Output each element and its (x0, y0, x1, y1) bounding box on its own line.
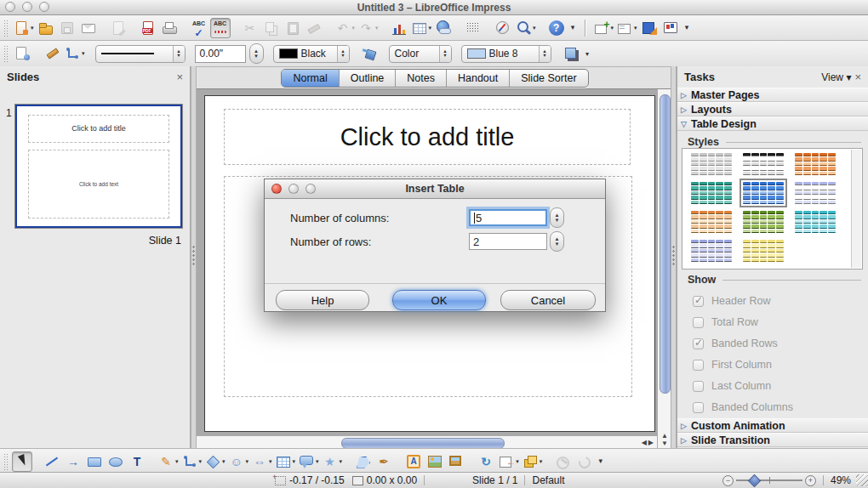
navigator-button[interactable] (493, 18, 513, 38)
tasks-section-table-design[interactable]: ▽Table Design (677, 116, 868, 131)
zoom-out-button[interactable]: − (722, 475, 734, 486)
zoom-in-button[interactable]: + (805, 475, 816, 486)
horizontal-scrollbar[interactable]: ◀▶ (197, 435, 657, 449)
zoom-window-button[interactable] (39, 2, 49, 12)
header-row-checkbox[interactable] (693, 296, 704, 307)
slide-style[interactable]: Default (532, 474, 564, 486)
print-button[interactable] (159, 18, 180, 38)
fontwork-button[interactable] (403, 451, 424, 472)
ellipse-tool-button[interactable] (106, 451, 126, 472)
close-window-button[interactable] (5, 2, 15, 12)
table-style-cyan[interactable] (795, 211, 836, 233)
stepper-icon[interactable]: ▲▼ (539, 46, 551, 62)
rows-stepper[interactable]: ▲▼ (550, 231, 564, 252)
toolbar-drag-handle[interactable] (3, 453, 8, 470)
dialog-minimize-button[interactable] (288, 184, 299, 194)
close-icon[interactable]: × (854, 71, 861, 83)
stars-button[interactable]: ★▾ (321, 451, 344, 472)
table-style-grey[interactable] (691, 153, 732, 175)
shadow-button[interactable] (561, 43, 581, 64)
stepper-icon[interactable]: ▲▼ (439, 46, 451, 62)
zoom-percent[interactable]: 49% (831, 474, 851, 486)
styles-scrollbar[interactable] (851, 150, 861, 268)
tasks-section-layouts[interactable]: ▷Layouts (677, 102, 868, 116)
line-style-combo[interactable]: ▲▼ (95, 45, 186, 63)
stepper-icon[interactable]: ▲▼ (173, 46, 185, 62)
zoom-slider[interactable] (736, 479, 802, 481)
line-width-field[interactable]: 0.00" (195, 45, 246, 63)
insert-table-button[interactable]: ▾ (410, 18, 433, 38)
table-style-periwinkle[interactable] (795, 182, 836, 204)
block-arrows-button[interactable]: ⇔▾ (250, 451, 273, 472)
tab-slide-sorter[interactable]: Slide Sorter (509, 70, 587, 87)
minimize-window-button[interactable] (22, 2, 32, 12)
spelling-button[interactable] (189, 18, 209, 38)
rows-input[interactable]: 2 (469, 233, 547, 250)
toolbar-drag-handle[interactable] (3, 20, 8, 37)
vertical-scrollbar[interactable]: ▲▼ (657, 89, 671, 449)
dialog-zoom-button[interactable] (306, 184, 316, 194)
table-style-black-white[interactable] (743, 153, 784, 175)
help-button[interactable] (546, 18, 567, 38)
symbol-shapes-button[interactable]: ☺▾ (227, 451, 250, 472)
new-presentation-button[interactable]: ▾ (12, 18, 35, 38)
fill-color-combo[interactable]: Blue 8 ▲▼ (461, 45, 551, 63)
table-style-peach[interactable] (691, 211, 732, 233)
ok-button[interactable]: OK (392, 290, 486, 310)
slide-layout-button[interactable]: ▾ (615, 18, 638, 38)
toolbar-overflow-button[interactable]: ▾ (568, 18, 579, 38)
tasks-view-menu[interactable]: View ▾ (821, 71, 851, 83)
tab-normal[interactable]: Normal (282, 70, 338, 87)
columns-stepper[interactable]: ▲▼ (550, 207, 564, 228)
insert-image-button[interactable] (425, 451, 445, 472)
close-icon[interactable]: × (176, 71, 183, 83)
dialog-titlebar[interactable]: Insert Table (265, 179, 605, 199)
drawbar-overflow-button[interactable]: ▾ (595, 451, 606, 472)
arrow-tool-button[interactable]: → (63, 451, 83, 472)
styles-preview-button[interactable] (12, 43, 32, 64)
toolbar-drag-handle[interactable] (3, 45, 8, 62)
table-style-green[interactable] (743, 211, 784, 233)
alignment-button[interactable]: ▾ (497, 451, 520, 472)
table-style-orange[interactable] (795, 153, 836, 175)
select-tool-button[interactable] (12, 451, 32, 472)
dialog-close-button[interactable] (271, 184, 282, 194)
slide-thumbnail[interactable]: Click to add title Click to add text (15, 105, 182, 228)
fill-type-combo[interactable]: Color ▲▼ (389, 45, 452, 63)
open-button[interactable] (36, 18, 56, 38)
vertical-scrollbar-thumb[interactable] (660, 94, 671, 394)
stepper-icon[interactable]: ▲▼ (337, 46, 349, 62)
table-style-yellow[interactable] (743, 240, 784, 262)
glue-points-button[interactable]: ✒ (374, 451, 394, 472)
tasks-section-custom-animation[interactable]: ▷Custom Animation (677, 418, 868, 433)
banded-columns-checkbox[interactable] (693, 402, 704, 413)
auto-spellcheck-button[interactable] (210, 18, 231, 38)
presentation-overflow-button[interactable]: ▾ (682, 18, 693, 38)
table-style-teal[interactable] (691, 182, 732, 204)
line-width-stepper[interactable]: ▲▼ (249, 43, 264, 64)
edit-points-button[interactable] (352, 451, 373, 472)
tab-notes[interactable]: Notes (395, 70, 446, 87)
email-button[interactable] (78, 18, 99, 38)
hyperlink-button[interactable] (433, 18, 454, 38)
line-toolbar-overflow-button[interactable]: ▾ (582, 43, 593, 64)
total-row-checkbox[interactable] (693, 317, 704, 328)
display-grid-button[interactable] (463, 18, 483, 38)
rectangle-tool-button[interactable] (84, 451, 105, 472)
line-color-combo[interactable]: Black ▲▼ (273, 45, 350, 63)
scrollbar-arrows-icon[interactable]: ◀▶ (642, 439, 655, 446)
arrange-button[interactable]: ▾ (521, 451, 544, 472)
export-pdf-button[interactable] (138, 18, 158, 38)
tasks-section-slide-transition[interactable]: ▷Slide Transition (677, 433, 868, 447)
table-style-lavender[interactable] (691, 240, 732, 262)
window-resize-grip[interactable] (856, 474, 868, 486)
gallery-button[interactable] (446, 451, 466, 472)
cancel-button[interactable]: Cancel (500, 290, 596, 310)
basic-shapes-button[interactable]: ▾ (203, 451, 226, 472)
connector-tool-button[interactable]: ▾ (180, 451, 203, 472)
design-button[interactable] (639, 18, 660, 38)
curve-tool-button[interactable]: ✎▾ (157, 451, 180, 472)
rotate-button[interactable]: ↻ (476, 451, 496, 472)
columns-input[interactable]: 5 (469, 209, 547, 226)
last-column-checkbox[interactable] (693, 381, 704, 392)
